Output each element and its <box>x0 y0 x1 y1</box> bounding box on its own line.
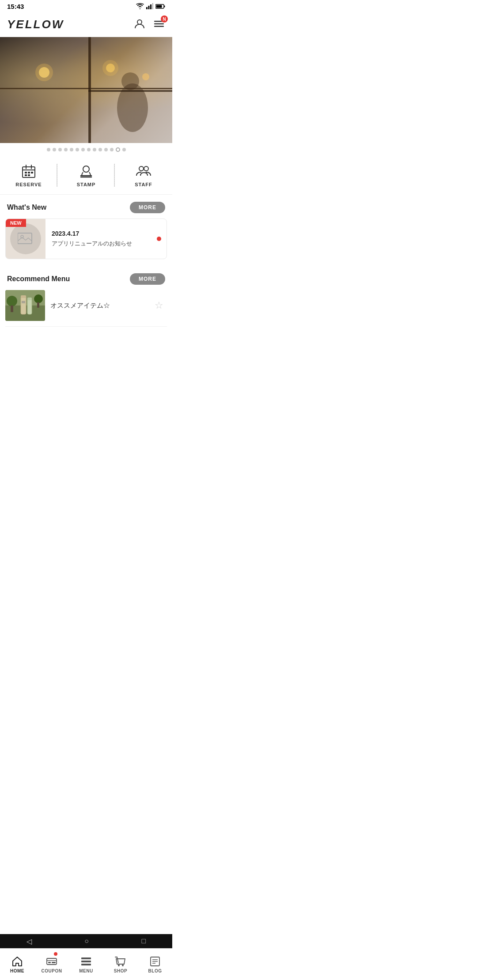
svg-point-12 <box>35 64 53 81</box>
person-icon <box>133 18 146 30</box>
svg-rect-45 <box>27 298 32 300</box>
whats-new-title: What's New <box>7 204 46 211</box>
group-icon <box>136 163 151 179</box>
notification-badge: N <box>161 15 168 23</box>
dot-12 <box>110 148 114 151</box>
dot-2 <box>53 148 56 151</box>
recommend-menu-title: Recommend Menu <box>7 275 70 283</box>
recommend-item[interactable]: オススメアイテム☆ ☆ <box>5 290 167 327</box>
header-logo: YELLOW <box>7 18 64 31</box>
dot-9 <box>93 148 96 151</box>
svg-point-14 <box>102 60 118 76</box>
svg-rect-26 <box>31 172 33 173</box>
dot-5 <box>70 148 73 151</box>
svg-rect-10 <box>154 26 164 27</box>
svg-rect-34 <box>18 233 32 244</box>
news-unread-dot <box>157 237 161 241</box>
svg-rect-19 <box>88 90 172 92</box>
svg-point-33 <box>144 166 148 171</box>
product-image <box>5 290 45 321</box>
status-icons <box>136 3 165 9</box>
dot-1 <box>47 148 50 151</box>
recommend-item-name: オススメアイテム☆ <box>45 302 155 310</box>
svg-rect-28 <box>28 174 30 176</box>
app-header: YELLOW N <box>0 12 172 37</box>
svg-rect-25 <box>28 172 30 173</box>
stamp-icon <box>78 163 94 179</box>
carousel-dots <box>0 143 172 156</box>
svg-rect-27 <box>25 174 27 176</box>
dot-8 <box>87 148 91 151</box>
menu-button[interactable]: N <box>153 18 165 31</box>
dot-6 <box>76 148 79 151</box>
svg-point-32 <box>139 166 144 171</box>
svg-point-40 <box>34 294 43 303</box>
recommend-thumbnail <box>5 290 45 321</box>
dot-14 <box>122 148 126 151</box>
hero-banner <box>0 37 172 143</box>
svg-rect-2 <box>150 4 151 9</box>
header-action-icons: N <box>133 18 165 31</box>
svg-rect-5 <box>156 5 162 8</box>
status-bar: 15:43 <box>0 0 172 12</box>
reserve-label: RESERVE <box>15 182 42 187</box>
dot-13-active <box>116 147 120 152</box>
svg-rect-6 <box>164 5 165 7</box>
profile-button[interactable] <box>133 18 146 31</box>
quick-nav: RESERVE STAMP <box>0 156 172 195</box>
dot-3 <box>58 148 62 151</box>
svg-rect-44 <box>27 299 32 314</box>
dot-10 <box>98 148 102 151</box>
news-date: 2023.4.17 <box>52 230 151 237</box>
recommend-menu-header: Recommend Menu MORE <box>0 266 172 290</box>
news-item[interactable]: NEW 2023.4.17 アプリリニューアルのお知らせ <box>5 219 167 259</box>
nav-reserve[interactable]: RESERVE <box>0 156 57 194</box>
svg-rect-9 <box>154 23 164 25</box>
status-time: 15:43 <box>7 3 24 10</box>
svg-point-38 <box>7 296 17 306</box>
dot-11 <box>104 148 108 151</box>
signal-icon <box>146 3 153 9</box>
nav-stamp[interactable]: STAMP <box>57 156 115 194</box>
whats-new-header: What's New MORE <box>0 195 172 219</box>
favorite-star-icon[interactable]: ☆ <box>155 300 163 311</box>
staff-label: STAFF <box>135 182 152 187</box>
svg-point-17 <box>121 72 139 90</box>
news-thumb-circle <box>10 223 41 254</box>
wifi-icon <box>136 3 144 9</box>
svg-rect-3 <box>152 3 154 9</box>
svg-rect-42 <box>21 297 26 314</box>
svg-rect-41 <box>37 302 39 308</box>
main-content: RESERVE STAMP <box>0 37 172 379</box>
svg-rect-1 <box>148 6 150 9</box>
nav-staff[interactable]: STAFF <box>115 156 172 194</box>
svg-point-29 <box>83 166 89 172</box>
news-text: アプリリニューアルのお知らせ <box>52 240 151 248</box>
whats-new-more-button[interactable]: MORE <box>130 202 165 213</box>
news-badge: NEW <box>6 219 26 227</box>
news-content: 2023.4.17 アプリリニューアルのお知らせ <box>45 225 157 253</box>
image-placeholder-icon <box>18 232 34 245</box>
hero-lights <box>0 37 172 143</box>
calendar-icon <box>21 163 37 179</box>
dot-4 <box>64 148 68 151</box>
dot-7 <box>81 148 85 151</box>
svg-point-15 <box>142 73 149 80</box>
svg-point-7 <box>137 20 142 24</box>
svg-rect-39 <box>11 305 13 312</box>
stamp-label: STAMP <box>77 182 96 187</box>
recommend-more-button[interactable]: MORE <box>130 273 165 285</box>
battery-icon <box>155 4 165 9</box>
svg-rect-43 <box>21 295 26 298</box>
svg-rect-24 <box>25 172 27 173</box>
svg-rect-47 <box>22 302 25 303</box>
svg-rect-0 <box>146 7 148 9</box>
svg-rect-46 <box>22 301 25 302</box>
